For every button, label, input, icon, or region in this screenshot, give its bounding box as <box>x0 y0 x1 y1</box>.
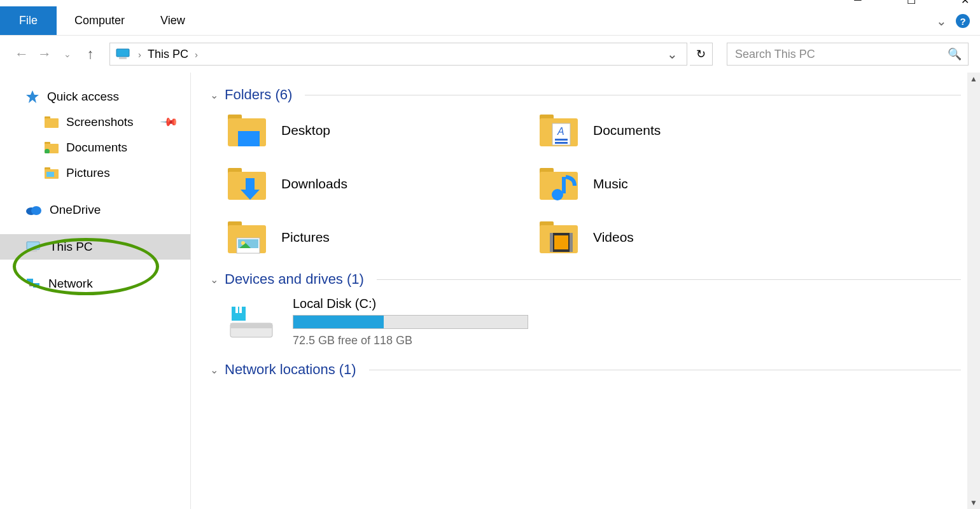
svg-marker-2 <box>26 90 39 103</box>
folder-pictures[interactable]: Pictures <box>227 219 532 256</box>
folder-videos[interactable]: Videos <box>538 219 844 256</box>
scroll-up-icon[interactable]: ▲ <box>970 73 977 85</box>
sidebar-item-label: Screenshots <box>66 115 134 129</box>
nav-toolbar: ← → ⌄ ↑ › This PC › ⌄ ↻ 🔍 <box>0 36 980 73</box>
svg-rect-15 <box>27 279 33 283</box>
folder-label: Pictures <box>281 230 330 245</box>
music-folder-icon <box>538 165 579 202</box>
desktop-folder-icon <box>227 112 267 149</box>
refresh-button[interactable]: ↻ <box>690 43 713 66</box>
svg-rect-0 <box>116 49 129 57</box>
pictures-folder-icon <box>227 219 267 256</box>
sidebar-item-label: Pictures <box>66 166 110 180</box>
folder-desktop[interactable]: Desktop <box>227 112 532 149</box>
sidebar-item-label: Documents <box>66 141 127 155</box>
sidebar-item-pictures[interactable]: Pictures <box>0 160 190 186</box>
svg-rect-43 <box>550 233 553 252</box>
file-tab[interactable]: File <box>0 6 57 35</box>
tab-computer[interactable]: Computer <box>57 6 143 35</box>
ribbon: File Computer View ⌄ ? <box>0 6 980 36</box>
downloads-folder-icon <box>227 165 267 202</box>
folder-music[interactable]: Music <box>538 165 844 202</box>
svg-point-32 <box>552 189 563 200</box>
onedrive-icon <box>25 204 42 216</box>
svg-text:A: A <box>557 126 564 137</box>
ribbon-collapse-icon[interactable]: ⌄ <box>936 13 947 29</box>
sidebar-item-label: Network <box>48 277 93 291</box>
svg-rect-47 <box>230 323 272 328</box>
section-header-network-locations[interactable]: ⌄ Network locations (1) <box>210 361 961 378</box>
help-icon[interactable]: ? <box>956 14 970 28</box>
drive-free-text: 72.5 GB free of 118 GB <box>293 334 528 347</box>
svg-rect-1 <box>119 57 127 59</box>
chevron-down-icon: ⌄ <box>210 274 218 286</box>
svg-rect-14 <box>29 250 37 252</box>
sidebar-item-label: OneDrive <box>50 203 101 217</box>
svg-rect-50 <box>239 307 242 313</box>
svg-rect-33 <box>562 177 566 193</box>
svg-rect-10 <box>46 172 54 177</box>
navigation-pane: Quick access Screenshots 📌 Documents Pic… <box>0 73 191 509</box>
sidebar-quick-access[interactable]: Quick access <box>0 84 190 109</box>
this-pc-icon <box>115 48 132 60</box>
content-pane: ⌄ Folders (6) Desktop A Documents <box>191 73 980 509</box>
svg-rect-44 <box>570 233 573 252</box>
sidebar-item-screenshots[interactable]: Screenshots 📌 <box>0 109 190 135</box>
sidebar-network[interactable]: Network <box>0 271 190 296</box>
this-pc-icon <box>25 241 42 253</box>
documents-folder-icon: A <box>538 112 579 149</box>
forward-button[interactable]: → <box>34 44 55 64</box>
svg-rect-19 <box>238 131 260 146</box>
folder-icon <box>45 142 59 153</box>
search-icon: 🔍 <box>948 47 962 61</box>
local-disk-icon <box>227 302 277 342</box>
folder-icon <box>45 116 59 128</box>
folder-documents[interactable]: A Documents <box>538 112 844 149</box>
section-divider <box>377 279 961 280</box>
breadcrumb-sep-icon: › <box>195 49 198 60</box>
recent-dropdown[interactable]: ⌄ <box>57 44 78 64</box>
back-button[interactable]: ← <box>11 44 32 64</box>
chevron-down-icon: ⌄ <box>210 364 218 376</box>
sidebar-onedrive[interactable]: OneDrive <box>0 197 190 223</box>
sidebar-item-label: Quick access <box>47 90 119 104</box>
drive-local-disk-c[interactable]: Local Disk (C:) 72.5 GB free of 118 GB <box>227 296 961 347</box>
section-divider <box>369 370 961 370</box>
svg-rect-24 <box>555 139 568 141</box>
sidebar-item-documents[interactable]: Documents <box>0 135 190 160</box>
svg-rect-25 <box>555 142 568 144</box>
window-title: This PC <box>127 0 168 3</box>
folder-label: Downloads <box>281 176 347 192</box>
folder-label: Music <box>593 176 628 192</box>
network-icon <box>25 277 41 290</box>
up-button[interactable]: ↑ <box>80 44 101 64</box>
address-bar[interactable]: › This PC › ⌄ <box>109 43 687 66</box>
vertical-scrollbar[interactable]: ▲ ▼ <box>967 73 980 509</box>
tab-view[interactable]: View <box>143 6 203 35</box>
svg-rect-49 <box>235 307 238 313</box>
section-header-folders[interactable]: ⌄ Folders (6) <box>210 87 961 103</box>
scroll-down-icon[interactable]: ▼ <box>970 496 977 509</box>
sidebar-item-label: This PC <box>50 240 93 254</box>
svg-rect-4 <box>45 118 59 128</box>
search-box[interactable]: 🔍 <box>727 43 969 66</box>
search-input[interactable] <box>734 47 948 62</box>
folder-icon <box>45 167 59 179</box>
chevron-down-icon: ⌄ <box>210 89 218 101</box>
svg-point-12 <box>31 206 41 215</box>
videos-folder-icon <box>538 219 579 256</box>
folder-label: Desktop <box>281 123 330 138</box>
breadcrumb-this-pc[interactable]: This PC <box>148 48 188 61</box>
folder-label: Documents <box>593 123 661 138</box>
svg-rect-28 <box>246 178 255 190</box>
drive-usage-bar <box>293 315 528 329</box>
folder-downloads[interactable]: Downloads <box>227 165 532 202</box>
pin-icon: 📌 <box>159 112 179 132</box>
sidebar-this-pc[interactable]: This PC <box>0 234 190 260</box>
svg-rect-48 <box>232 307 246 321</box>
breadcrumb-sep-icon: › <box>138 49 141 60</box>
folder-label: Videos <box>593 230 634 245</box>
section-header-drives[interactable]: ⌄ Devices and drives (1) <box>210 271 961 288</box>
drive-name: Local Disk (C:) <box>293 296 528 311</box>
address-history-dropdown[interactable]: ⌄ <box>663 46 682 62</box>
